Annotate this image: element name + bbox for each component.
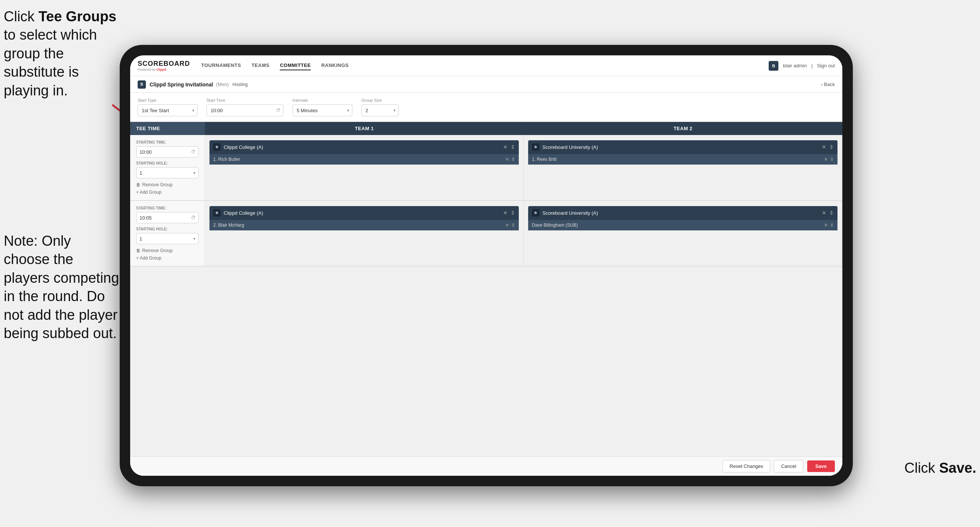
team2-name-1: Scoreboard University (A): [542, 144, 819, 150]
tablet-screen: SCOREBOARD Powered by clippd TOURNAMENTS…: [130, 55, 842, 476]
team1-card-2: B Clippd College (A) ✕ ⇕ 2. Blair McHarg: [210, 206, 519, 231]
hole-select-1[interactable]: 1: [136, 167, 199, 178]
group-size-select[interactable]: 2: [361, 104, 399, 116]
player-row-1-2: 2. Blair McHarg ✕ ⇕: [210, 220, 519, 231]
team2-expand-icon-2[interactable]: ⇕: [829, 210, 834, 216]
remove-group-icon-2: 🗑: [136, 248, 141, 253]
click-save-prefix: Click: [904, 460, 939, 476]
add-group-label-2: + Add Group: [136, 255, 162, 261]
team1-card-header-2: B Clippd College (A) ✕ ⇕: [210, 206, 519, 220]
team1-close-icon-1[interactable]: ✕: [503, 144, 508, 150]
add-group-button-1[interactable]: + Add Group: [136, 189, 162, 195]
groups-scroll: STARTING TIME: ⏱ STARTING HOLE: 1: [130, 135, 842, 456]
team1-panel-2: B Clippd College (A) ✕ ⇕ 2. Blair McHarg: [205, 201, 523, 266]
instruction-bold: Tee Groups: [38, 9, 116, 24]
hole-select-2[interactable]: 1: [136, 233, 199, 244]
add-group-button-2[interactable]: + Add Group: [136, 255, 162, 261]
team1-name-1: Clippd College (A): [224, 144, 500, 150]
player-close-icon-2-2[interactable]: ✕: [824, 223, 828, 228]
hole-select-wrap-1: 1 ▾: [136, 167, 199, 178]
instruction-text: Click Tee Groups to select which group t…: [4, 8, 120, 100]
start-time-input[interactable]: [207, 104, 283, 116]
group-size-wrapper: 2 ▾: [361, 104, 399, 116]
player-close-icon-1-1[interactable]: ✕: [505, 157, 509, 162]
time-field-1[interactable]: [136, 146, 199, 158]
hole-select-wrap-2: 1 ▾: [136, 233, 199, 244]
team2-panel-1: B Scoreboard University (A) ✕ ⇕ 1. Rees …: [523, 135, 842, 200]
settings-row: Start Type 1st Tee Start ▾ Start Time ⏱: [130, 93, 842, 122]
player-expand-icon-1-2[interactable]: ⇕: [511, 223, 515, 228]
start-type-wrapper: 1st Tee Start ▾: [138, 104, 197, 116]
player-actions-2-1: ✕ ⇕: [824, 157, 834, 162]
starting-hole-label-1: STARTING HOLE:: [136, 161, 199, 165]
player-name-1-1: 1. Rich Butler: [213, 157, 502, 162]
team2-name-2: Scoreboard University (A): [542, 210, 819, 216]
sign-out-link[interactable]: Sign out: [817, 63, 835, 68]
start-time-label: Start Time: [207, 98, 283, 102]
time-input-wrap-2: ⏱: [136, 212, 199, 223]
start-time-wrapper: ⏱: [207, 104, 283, 116]
nav-links: TOURNAMENTS TEAMS COMMITTEE RANKINGS: [201, 61, 768, 70]
remove-group-button-1[interactable]: 🗑 Remove Group: [136, 182, 172, 187]
nav-committee[interactable]: COMMITTEE: [280, 61, 311, 70]
hosting-badge: Hosting: [233, 82, 248, 87]
nav-right: B blair admin | Sign out: [768, 61, 835, 71]
team2-card-header-1: B Scoreboard University (A) ✕ ⇕: [528, 140, 837, 154]
reset-changes-button[interactable]: Reset Changes: [723, 460, 770, 472]
player-expand-icon-2-2[interactable]: ⇕: [830, 223, 834, 228]
group-size-label: Group Size: [361, 98, 399, 102]
team1-expand-icon-1[interactable]: ⇕: [511, 144, 515, 150]
time-input-wrap-1: ⏱: [136, 146, 199, 158]
player-actions-1-2: ✕ ⇕: [505, 223, 515, 228]
cancel-button[interactable]: Cancel: [774, 460, 803, 472]
team1-close-icon-2[interactable]: ✕: [503, 210, 508, 216]
save-button[interactable]: Save: [807, 460, 835, 472]
start-type-label: Start Type: [138, 98, 197, 102]
player-name-2-1: 1. Rees Britt: [532, 157, 821, 162]
footer-bar: Reset Changes Cancel Save: [130, 456, 842, 476]
remove-group-label-2: Remove Group: [142, 248, 172, 253]
intervals-group: Intervals 5 Minutes ▾: [293, 98, 352, 116]
back-link[interactable]: ‹ Back: [821, 81, 835, 87]
team1-actions-2: ✕ ⇕: [503, 210, 515, 216]
time-field-2[interactable]: [136, 212, 199, 223]
player-actions-1-1: ✕ ⇕: [505, 157, 515, 162]
team1-expand-icon-2[interactable]: ⇕: [511, 210, 515, 216]
nav-tournaments[interactable]: TOURNAMENTS: [201, 61, 241, 70]
tournament-name: Clippd Spring Invitational: [150, 81, 213, 88]
team2-actions-2: ✕ ⇕: [822, 210, 834, 216]
player-name-1-2: 2. Blair McHarg: [213, 223, 502, 228]
logo-scoreboard: SCOREBOARD: [138, 60, 190, 68]
instruction-prefix: Click: [4, 9, 38, 24]
sign-out-divider: |: [811, 63, 813, 68]
nav-rankings[interactable]: RANKINGS: [321, 61, 348, 70]
player-actions-2-2: ✕ ⇕: [824, 223, 834, 228]
click-save-label: Click Save.: [904, 460, 976, 476]
player-close-icon-2-1[interactable]: ✕: [824, 157, 828, 162]
logo-powered: Powered by clippd: [138, 68, 190, 72]
remove-group-button-2[interactable]: 🗑 Remove Group: [136, 248, 172, 253]
player-expand-icon-2-1[interactable]: ⇕: [830, 157, 834, 162]
player-close-icon-1-2[interactable]: ✕: [505, 223, 509, 228]
start-type-group: Start Type 1st Tee Start ▾: [138, 98, 197, 116]
team1-icon-2: B: [213, 209, 221, 217]
team2-expand-icon-1[interactable]: ⇕: [829, 144, 834, 150]
nav-teams[interactable]: TEAMS: [251, 61, 269, 70]
team2-card-header-2: B Scoreboard University (A) ✕ ⇕: [528, 206, 837, 220]
team2-close-icon-2[interactable]: ✕: [822, 210, 826, 216]
team2-panel-2: B Scoreboard University (A) ✕ ⇕ Dave Bil…: [523, 201, 842, 266]
team1-panel-1: B Clippd College (A) ✕ ⇕ 1. Rich Butler: [205, 135, 523, 200]
team1-name-2: Clippd College (A): [224, 210, 500, 216]
player-expand-icon-1-1[interactable]: ⇕: [511, 157, 515, 162]
team1-card-1: B Clippd College (A) ✕ ⇕ 1. Rich Butler: [210, 140, 519, 165]
tournament-gender: (Men): [216, 81, 229, 87]
team2-close-icon-1[interactable]: ✕: [822, 144, 826, 150]
user-name: blair admin: [783, 63, 807, 68]
group-row: STARTING TIME: ⏱ STARTING HOLE: 1: [130, 135, 842, 201]
group-size-group: Group Size 2 ▾: [361, 98, 399, 116]
start-type-select[interactable]: 1st Tee Start: [138, 104, 197, 116]
tee-time-header: Tee Time: [130, 122, 205, 135]
intervals-wrapper: 5 Minutes ▾: [293, 104, 352, 116]
intervals-select[interactable]: 5 Minutes: [293, 104, 352, 116]
team2-actions-1: ✕ ⇕: [822, 144, 834, 150]
